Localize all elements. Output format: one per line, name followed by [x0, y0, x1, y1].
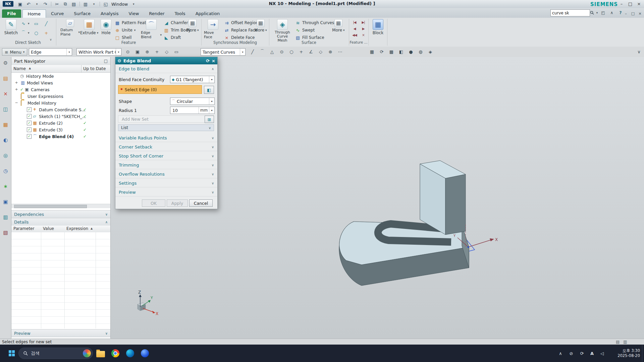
section-preview[interactable]: Preview ∨ — [115, 188, 217, 196]
select-region-icon[interactable]: ⊕ — [144, 49, 150, 54]
column-parameter[interactable]: Parameter — [13, 226, 34, 231]
tab-surface[interactable]: Surface — [69, 9, 96, 18]
tree-row-cameras[interactable]: + ✓ ▣ Cameras — [11, 86, 110, 93]
snap-point-plus-icon[interactable]: + — [298, 49, 304, 54]
arc-tool[interactable]: ⌒▾ — [21, 30, 30, 36]
datum-plane-button[interactable]: ▱ Datum Plane▾ — [60, 19, 80, 37]
minimize-ribbon-icon[interactable]: ∧ — [608, 9, 615, 16]
ok-button[interactable]: OK — [142, 199, 165, 207]
section-settings[interactable]: Settings ∨ — [115, 179, 217, 187]
paste-icon[interactable]: ▤ — [71, 2, 76, 7]
scrollbar-thumb[interactable] — [14, 205, 87, 208]
tree-row-history-mode[interactable]: ◷ History Mode — [11, 73, 110, 80]
copy-icon[interactable]: ⧉ — [63, 1, 68, 7]
feature-more-button[interactable]: ▦ More▾ — [185, 19, 200, 33]
tray-hidden-icon[interactable]: ⊘ — [568, 350, 575, 357]
system-materials-icon[interactable]: ▧ — [2, 229, 9, 236]
curve-rule-combo[interactable]: Tangent Curves ▾ — [201, 48, 246, 56]
snap-center-icon[interactable]: ⊙ — [279, 49, 285, 54]
view-effects-icon[interactable]: ◈ — [427, 49, 433, 54]
select-general-icon[interactable]: ⊙ — [125, 49, 131, 54]
edge-icon[interactable] — [125, 348, 135, 358]
feature-checkbox[interactable]: ✓ — [27, 107, 32, 112]
close-button[interactable]: × — [635, 0, 643, 8]
replace-face-button[interactable]: ⇄Replace Face — [224, 27, 257, 33]
view-rotate-icon[interactable]: ⟳ — [379, 49, 385, 54]
dialog-title-bar[interactable]: ⚙ Edge Blend ⟳ × — [115, 57, 217, 64]
sort-asc-icon[interactable]: ▲ — [29, 67, 31, 70]
chrome-icon[interactable] — [110, 348, 120, 358]
replay-stop-icon[interactable]: × — [359, 33, 368, 37]
tree-row-sketch[interactable]: ✓ ▱ Sketch (1) "SKETCH_... ✓ — [11, 113, 110, 120]
list-bar[interactable]: List ∨ — [118, 124, 214, 131]
expand-icon[interactable]: + — [15, 87, 18, 92]
capture-icon[interactable]: ▥ — [83, 2, 88, 7]
tree-row-extrude-3[interactable]: ✓ ▦ Extrude (3) ✓ — [11, 127, 110, 133]
tab-render[interactable]: Render — [144, 9, 169, 18]
tree-row-datum-csys[interactable]: ✓ + Datum Coordinate S... ✓ — [11, 107, 110, 113]
undo-icon[interactable]: ↶ — [26, 2, 31, 7]
show-desktop-divider[interactable] — [642, 345, 642, 362]
section-edge-to-blend[interactable]: Edge to Blend ∧ — [115, 65, 217, 73]
replay-forward-icon[interactable]: ▶ — [359, 27, 368, 31]
add-new-set-button[interactable]: ⊞ — [205, 116, 214, 123]
dependencies-section[interactable]: Dependencies ∨ — [11, 210, 110, 218]
extrude-button[interactable]: ▦ Extrude▾ — [80, 19, 98, 35]
window-menu[interactable]: Window — [111, 2, 128, 7]
replay-back-icon[interactable]: ◀ — [350, 27, 359, 31]
replay-last-icon[interactable]: ▶| — [359, 20, 368, 24]
select-add-icon[interactable]: + — [154, 49, 160, 54]
shell-button[interactable]: □Shell — [115, 35, 131, 41]
tree-row-extrude-2[interactable]: ✓ ▦ Extrude (2) ✓ — [11, 120, 110, 127]
tree-row-model-history[interactable]: − Model History — [11, 100, 110, 107]
section-corner-setback[interactable]: Corner Setback ∨ — [115, 143, 217, 151]
scope-filter-combo[interactable]: Within Work Part Only ▾ — [76, 48, 121, 56]
through-curve-mesh-button[interactable]: ◈ Through Curve Mesh — [272, 19, 293, 43]
tab-analysis[interactable]: Analysis — [96, 9, 124, 18]
feature-checkbox[interactable]: ✓ — [27, 121, 32, 125]
window-icon[interactable]: ◱ — [103, 2, 108, 7]
snap-midpoint-icon[interactable]: ◇ — [318, 49, 324, 54]
undo-dropdown-icon[interactable]: ▾ — [34, 2, 40, 6]
minimize-button[interactable]: – — [617, 0, 626, 8]
view-ball-icon[interactable]: ● — [408, 49, 414, 54]
view-appearance-icon[interactable]: ◍ — [418, 49, 424, 54]
reuse-library-icon[interactable]: ▦ — [2, 121, 9, 128]
section-variable-radius[interactable]: Variable Radius Points ∨ — [115, 134, 217, 142]
start-button[interactable] — [9, 350, 15, 356]
snap-triangle-icon[interactable]: △ — [269, 49, 275, 54]
preview-section[interactable]: Preview ∨ — [11, 329, 110, 337]
snap-line-icon[interactable]: ╱ — [250, 49, 256, 54]
taskbar-clock[interactable]: 오후 3:30 2025-08-20 — [611, 348, 640, 358]
shape-combo[interactable]: ⌒ Circular ▾ — [170, 98, 215, 105]
select-edge-field[interactable]: * Select Edge (0) — [118, 85, 202, 94]
hole-button[interactable]: ◉ Hole — [99, 19, 113, 35]
maximize-button[interactable]: □ — [626, 0, 635, 8]
search-dropdown-icon[interactable]: ▾ — [594, 9, 600, 16]
tree-row-user-expressions[interactable]: User Expressions — [11, 93, 110, 100]
snap-more-icon[interactable]: ⋯ — [337, 49, 343, 54]
column-expression[interactable]: Expression — [66, 226, 88, 231]
line-tool[interactable]: ╱ — [44, 20, 49, 26]
edge-select-button[interactable]: ◧ — [204, 86, 214, 94]
through-curves-button[interactable]: ≋Through Curves — [295, 20, 334, 26]
web-browser-icon[interactable]: ◐ — [2, 137, 9, 143]
continuity-combo[interactable]: ◆ G1 (Tangent) ▾ — [170, 76, 215, 83]
tree-row-edge-blend-4[interactable]: ✓ ⌒ Edge Blend (4) ✓ — [11, 133, 110, 140]
section-trimming[interactable]: Trimming ∨ — [115, 161, 217, 169]
roles-gear-icon[interactable]: ⚙ — [2, 60, 9, 66]
apply-button[interactable]: Apply — [167, 199, 188, 207]
tray-sync-icon[interactable]: ⟳ — [578, 350, 586, 357]
doc-restore-button[interactable]: □ — [630, 10, 636, 17]
profile-tool[interactable]: ∿▾ — [21, 20, 30, 26]
edge-blend-button[interactable]: ⌒ Edge Blend▾ — [141, 19, 162, 39]
csys-x-axis[interactable] — [468, 240, 492, 247]
select-window-icon[interactable]: ▭ — [173, 49, 179, 54]
details-section[interactable]: Details ∧ — [11, 218, 110, 226]
roles-icon[interactable]: ▥ — [2, 214, 9, 221]
menu-button[interactable]: ≡ Menu ▾ — [2, 48, 27, 56]
tray-expand-icon[interactable]: ∧ — [557, 350, 564, 357]
replay-first-icon[interactable]: |◀ — [350, 20, 359, 24]
taskbar-search[interactable]: 검색 — [18, 348, 93, 359]
synchronous-more-button[interactable]: ▦ More▾ — [254, 19, 268, 33]
